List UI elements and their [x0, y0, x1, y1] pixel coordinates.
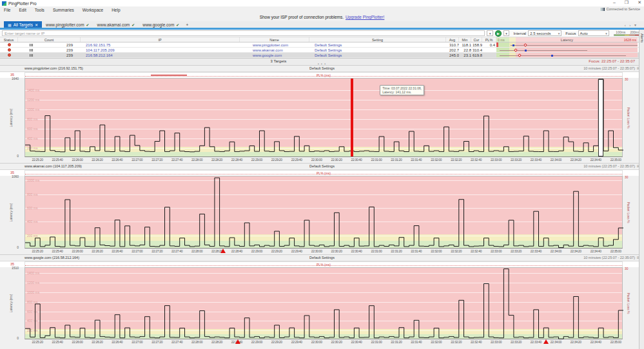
focus-select[interactable]: Auto▾ [578, 30, 609, 36]
table-row[interactable]: 239216.92.151.75www.pingplotter.comDefau… [0, 42, 644, 48]
time-tick: 22:33:20 [511, 340, 522, 344]
setting-cell[interactable]: Default Settings [309, 42, 446, 47]
left-axis: 1510 Latency (ms) 0 [0, 267, 24, 339]
graph-time-range[interactable]: 10 minutes (22:25:07 - 22:35:07) [583, 164, 635, 168]
table-row[interactable]: 239104.117.205.209www.akamai.comDefault … [0, 48, 644, 53]
time-tick: 22:32:00 [431, 249, 442, 253]
packet-loss-marker[interactable] [235, 339, 240, 344]
count-cell: 239 [18, 53, 81, 57]
menu-help[interactable]: Help [110, 8, 121, 12]
time-tick: 22:32:20 [451, 249, 462, 253]
time-tick: 22:25:40 [52, 340, 63, 344]
status-cell [0, 53, 18, 57]
time-tick: 22:26:40 [112, 249, 122, 253]
packet-loss-marker[interactable] [220, 249, 226, 253]
minimize-button[interactable]: – [613, 0, 616, 5]
time-tick: 22:33:40 [531, 249, 542, 253]
menu-edit[interactable]: Edit [17, 8, 27, 12]
restore-button[interactable]: ❐ [625, 0, 629, 5]
avg-marker [518, 53, 522, 57]
tab-www-akamai-com[interactable]: www.akamai.com✔ [93, 21, 139, 28]
search-input[interactable] [2, 30, 485, 36]
column-header-count[interactable]: Count [18, 37, 81, 42]
menu-tools[interactable]: Tools [34, 8, 46, 12]
check-icon: ✔ [132, 23, 135, 27]
graph-settings-label: Default Settings [0, 256, 644, 259]
column-header-min[interactable]: Min [459, 37, 471, 42]
name-cell[interactable]: www.google.com [240, 53, 309, 57]
time-tick: 22:25:40 [52, 158, 63, 162]
tab-www-google-com[interactable]: www.google.com✔ [139, 21, 183, 28]
plot-area[interactable]: 200 ms400 ms600 ms800 ms1000 ms [24, 176, 623, 249]
time-tick: 22:33:00 [491, 158, 502, 162]
tab-scroll-controls[interactable]: ‹ › ▾ [625, 23, 638, 27]
time-tick: 22:33:20 [511, 249, 522, 253]
column-header-status[interactable]: Status [0, 37, 18, 42]
focus-time-bar[interactable] [351, 79, 353, 156]
time-tick: 22:27:00 [132, 249, 142, 253]
time-tick: 22:26:00 [72, 158, 83, 162]
play-button[interactable]: ▶ [495, 30, 502, 37]
time-tick: 22:31:00 [371, 340, 382, 344]
upgrade-link[interactable]: Upgrade PingPlotter! [346, 15, 384, 19]
menu-workspace[interactable]: Workspace [81, 8, 104, 12]
column-header-avg[interactable]: Avg [446, 37, 459, 42]
tab-www-pingplotter-com[interactable]: www.pingplotter.com✔ [42, 21, 93, 28]
tab-all-targets[interactable]: ▦All Targets✕ [4, 21, 42, 28]
graph-time-range[interactable]: 10 minutes (22:25:07 - 22:35:07) [583, 256, 635, 259]
ip-cell[interactable]: 216.92.151.75 [81, 42, 240, 47]
column-header-name[interactable]: Name [240, 37, 309, 42]
time-tick: 22:26:20 [92, 158, 102, 162]
packet-loss-strip: 35 PL% (ms) [0, 169, 644, 176]
table-row[interactable]: 239216.58.212.164www.google.comDefault S… [0, 53, 644, 58]
menu-summaries[interactable]: Summaries [52, 8, 75, 12]
alerts-side-tab[interactable]: Alerts [639, 30, 644, 349]
setting-cell[interactable]: Default Settings [309, 53, 446, 57]
plot-area[interactable]: 200 ms400 ms600 ms800 ms1000 ms1200 ms14… [24, 78, 623, 157]
left-axis: 1060 Latency (ms) 0 [0, 176, 24, 249]
latency-graph[interactable]: 1640 Latency (ms) 0 200 ms400 ms600 ms80… [0, 78, 644, 157]
ip-cell[interactable]: 216.58.212.164 [81, 53, 240, 57]
close-button[interactable]: ✕ [638, 0, 641, 5]
time-tick: 22:30:00 [311, 249, 322, 253]
plot-area[interactable]: 200 ms400 ms600 ms800 ms1000 ms1200 ms14… [24, 267, 623, 339]
summary-table-header: StatusCountIPNameSettingAvgMinCurPL%0 ms… [0, 37, 644, 42]
play-options-button[interactable]: ▾ [503, 30, 510, 36]
latency-graph[interactable]: 1510 Latency (ms) 0 200 ms400 ms600 ms80… [0, 267, 644, 339]
interval-label: Interval [513, 32, 526, 35]
menu-file[interactable]: File [3, 8, 12, 12]
time-tick: 22:29:40 [291, 249, 302, 253]
trace-icon [30, 49, 33, 52]
chevron-down-icon: ▾ [605, 32, 607, 35]
name-cell[interactable]: www.akamai.com [240, 48, 309, 52]
column-header-latency[interactable]: 0 msLatency1628 ms [496, 37, 638, 42]
count-cell: 239 [18, 42, 81, 47]
time-tick: 22:29:00 [251, 158, 262, 162]
time-tick: 22:27:20 [151, 340, 162, 344]
column-header-setting[interactable]: Setting [309, 37, 446, 42]
summary-table: 239216.92.151.75www.pingplotter.comDefau… [0, 42, 644, 58]
time-tick: 22:28:00 [191, 249, 202, 253]
graph-header: www.pingplotter.com (216.92.151.75) Defa… [0, 65, 644, 71]
packet-loss-marker[interactable] [543, 339, 549, 344]
graph-settings-label: Default Settings [0, 66, 644, 70]
latency-graph[interactable]: 1060 Latency (ms) 0 200 ms400 ms600 ms80… [0, 176, 644, 249]
graph-time-range[interactable]: 10 minutes (22:25:07 - 22:35:07) [583, 66, 635, 70]
time-tick: 22:26:00 [72, 340, 83, 344]
avg-cell: 245.0 [446, 53, 459, 57]
time-tick: 22:34:20 [571, 249, 581, 253]
name-cell[interactable]: www.pingplotter.com [240, 42, 309, 47]
time-axis-labels: 22:25:2022:25:4022:26:0022:26:2022:26:40… [0, 249, 644, 254]
column-header-ip[interactable]: IP [81, 37, 240, 42]
column-header-cur[interactable]: Cur [471, 37, 482, 42]
setting-cell[interactable]: Default Settings [309, 48, 446, 52]
add-target-tab[interactable]: + [183, 21, 191, 28]
interval-select[interactable]: 2.5 seconds▾ [528, 30, 561, 36]
time-tick: 22:30:20 [331, 158, 342, 162]
ip-cell[interactable]: 104.117.205.209 [81, 48, 240, 52]
column-header-pl[interactable]: PL% [482, 37, 496, 42]
target-dropdown-button[interactable]: ▾ [487, 30, 493, 36]
latency-axis-title: Latency (ms) [9, 294, 13, 313]
close-icon[interactable]: ✕ [35, 23, 38, 27]
time-tick: 22:33:00 [491, 249, 502, 253]
